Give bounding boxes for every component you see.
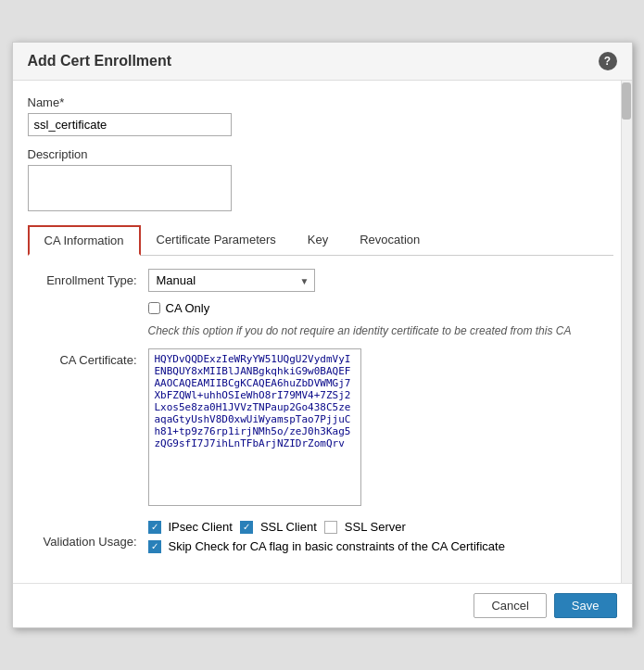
enrollment-type-label: Enrollment Type: <box>28 269 148 287</box>
tab-certificate-parameters[interactable]: Certificate Parameters <box>141 225 292 256</box>
validation-checkboxes-row: IPsec Client SSL Client SSL Server <box>148 520 613 534</box>
scrollbar[interactable] <box>621 81 632 583</box>
ca-certificate-label: CA Certificate: <box>28 348 148 367</box>
description-label: Description <box>28 147 613 161</box>
enrollment-type-row: Enrollment Type: Manual SCEP EST ▼ <box>28 269 613 292</box>
tab-ca-information[interactable]: CA Information <box>28 225 141 256</box>
validation-usage-label: Validation Usage: <box>28 530 148 549</box>
ca-only-checkbox-row: CA Only <box>148 301 210 315</box>
save-button[interactable]: Save <box>554 593 617 618</box>
ssl-client-checkbox[interactable] <box>240 521 253 534</box>
ca-certificate-row: CA Certificate: HQYDvQQDExzIeWRyYW51UQgU… <box>28 348 613 509</box>
name-input[interactable] <box>28 113 232 136</box>
ssl-server-checkbox[interactable] <box>324 521 337 534</box>
description-input[interactable] <box>28 165 232 211</box>
ssl-server-label: SSL Server <box>345 520 406 534</box>
validation-usage-control: IPsec Client SSL Client SSL Server Skip … <box>148 520 613 559</box>
dialog-title: Add Cert Enrollment <box>28 53 172 70</box>
tabs-container: CA Information Certificate Parameters Ke… <box>28 225 613 256</box>
enrollment-type-select[interactable]: Manual SCEP EST <box>148 269 315 292</box>
name-group: Name* <box>28 95 613 136</box>
ipsec-client-checkbox[interactable] <box>148 521 161 534</box>
description-group: Description <box>28 147 613 214</box>
ca-only-hint-text: Check this option if you do not require … <box>148 322 613 339</box>
help-icon[interactable]: ? <box>599 52 617 70</box>
skip-check-label: Skip Check for CA flag in basic constrai… <box>169 539 505 553</box>
ipsec-client-label: IPsec Client <box>169 520 233 534</box>
ca-only-label: CA Only <box>166 301 210 315</box>
ca-only-checkbox[interactable] <box>148 302 160 314</box>
skip-check-checkbox[interactable] <box>148 540 161 553</box>
skip-check-row: Skip Check for CA flag in basic constrai… <box>148 539 613 553</box>
enrollment-type-control: Manual SCEP EST ▼ <box>148 269 613 292</box>
enrollment-type-select-wrapper: Manual SCEP EST ▼ <box>148 269 315 292</box>
dialog-body: Name* Description CA Information Certifi… <box>13 81 632 583</box>
ssl-client-label: SSL Client <box>260 520 317 534</box>
cancel-button[interactable]: Cancel <box>474 593 546 618</box>
validation-usage-row: Validation Usage: IPsec Client SSL Clien… <box>28 520 613 559</box>
ca-info-content: Enrollment Type: Manual SCEP EST ▼ <box>28 269 613 559</box>
tab-revocation[interactable]: Revocation <box>344 225 436 256</box>
dialog-header: Add Cert Enrollment ? <box>13 43 632 81</box>
name-label: Name* <box>28 95 613 109</box>
ca-only-hint: Check this option if you do not require … <box>148 322 613 339</box>
ca-certificate-control: HQYDvQQDExzIeWRyYW51UQgU2VydmVyIENBQUY8x… <box>148 348 613 509</box>
ca-certificate-textarea[interactable]: HQYDvQQDExzIeWRyYW51UQgU2VydmVyIENBQUY8x… <box>148 348 361 506</box>
scrollbar-thumb <box>622 82 631 120</box>
add-cert-enrollment-dialog: Add Cert Enrollment ? Name* Description … <box>12 42 633 628</box>
dialog-footer: Cancel Save <box>13 583 632 627</box>
tab-key[interactable]: Key <box>292 225 344 256</box>
ca-only-row: CA Only <box>148 301 613 319</box>
